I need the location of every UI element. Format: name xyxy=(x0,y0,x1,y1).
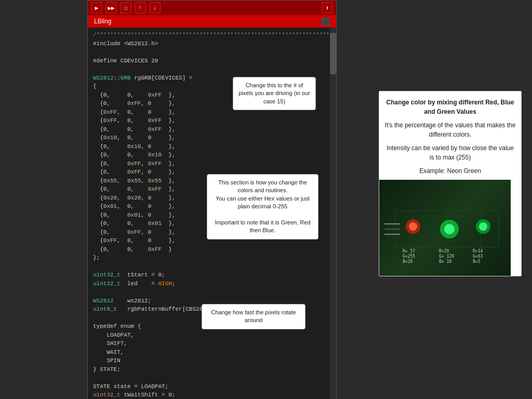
callout-top-text: Change this to the # of pixels you are d… xyxy=(238,82,310,104)
scrollbar-thumb[interactable] xyxy=(330,33,336,74)
svg-point-12 xyxy=(409,222,417,231)
step-button[interactable]: ▶▶ xyxy=(105,2,117,14)
callout-bottom-text: Change how fast the pixels rotate around xyxy=(211,309,296,323)
code-line: {0, 0, 0xFF }, xyxy=(90,125,334,134)
code-line xyxy=(90,48,334,57)
callout-bottom: Change how fast the pixels rotate around xyxy=(202,304,305,329)
code-line: #include <WS2812.h> xyxy=(90,39,334,48)
info-panel-intensity: Intensity can be varied by how close the… xyxy=(384,143,516,162)
svg-text:B=5: B=5 xyxy=(473,259,481,264)
code-line: uint32_t tStart = 0; xyxy=(90,271,334,280)
download-button[interactable]: ↓ xyxy=(149,2,161,14)
code-line xyxy=(90,374,334,382)
code-line: STATE state = LOADPAT; xyxy=(90,382,334,391)
run-button[interactable]: ▶ xyxy=(91,2,102,14)
ide-tab: LBling ⬛ xyxy=(88,15,336,28)
code-line: {0, 0, 0xFF } xyxy=(90,245,334,254)
code-line: #define CDEVICES 20 xyxy=(90,57,334,65)
code-line: SHIFT, xyxy=(90,339,334,348)
code-line: WAIT, xyxy=(90,348,334,357)
code-line: {0, 0, 0x10 }, xyxy=(90,151,334,159)
svg-text:R=14: R=14 xyxy=(473,249,483,254)
code-line: {0x10, 0, 0 }, xyxy=(90,134,334,142)
callout-middle-text: This section is how you change the color… xyxy=(215,179,310,233)
code-line: {0, 0x10, 0 }, xyxy=(90,142,334,151)
svg-text:R=29: R=29 xyxy=(439,249,449,254)
info-panel: Change color by mixing different Red, Bl… xyxy=(379,91,522,276)
tab-close-button[interactable]: ⬛ xyxy=(321,17,330,25)
code-line: uint32_t tWaitShift = 0; xyxy=(90,391,334,399)
svg-text:G= 128: G= 128 xyxy=(439,254,454,259)
info-panel-example: Example: Neon Green xyxy=(384,166,516,176)
code-line: uint32_t led = HIGH; xyxy=(90,280,334,288)
code-line: } STATE; xyxy=(90,365,334,374)
callout-middle: This section is how you change the color… xyxy=(207,174,318,240)
scrollbar-track xyxy=(330,28,336,399)
svg-text:R= 57: R= 57 xyxy=(403,249,415,254)
code-line: {0, 0xFF, 0xFF }, xyxy=(90,159,334,168)
code-line: /***************************************… xyxy=(90,31,334,39)
info-panel-subtitle: It's the percentage of the values that m… xyxy=(384,121,516,139)
led-board: R= 57 G=255 B=20 R=29 G= 128 B= 10 R=14 … xyxy=(379,180,511,276)
code-line: {0xFF, 0, 0xFF }, xyxy=(90,116,334,125)
code-line xyxy=(90,65,334,74)
code-line: LOADPAT, xyxy=(90,331,334,340)
code-line xyxy=(90,288,334,297)
stop-button[interactable]: ☐ xyxy=(120,2,131,14)
svg-text:G=255: G=255 xyxy=(403,254,415,259)
export-button[interactable]: ⬆ xyxy=(322,2,333,14)
code-line: SPIN xyxy=(90,356,334,365)
info-panel-title: Change color by mixing different Red, Bl… xyxy=(384,98,516,116)
code-line: }; xyxy=(90,254,334,262)
svg-text:B=20: B=20 xyxy=(403,259,413,264)
svg-text:B= 10: B= 10 xyxy=(439,259,451,264)
ide-toolbar: ▶ ▶▶ ☐ ↑ ↓ ⬆ xyxy=(88,1,336,15)
led-image: R= 57 G=255 B=20 R=29 G= 128 B= 10 R=14 … xyxy=(379,180,511,276)
upload-button[interactable]: ↑ xyxy=(135,2,146,14)
svg-point-16 xyxy=(479,222,487,231)
code-line xyxy=(90,262,334,271)
svg-point-14 xyxy=(444,224,455,234)
svg-text:G=63: G=63 xyxy=(473,254,483,259)
tab-label: LBling xyxy=(94,18,111,25)
callout-top: Change this to the # of pixels you are d… xyxy=(233,77,316,110)
